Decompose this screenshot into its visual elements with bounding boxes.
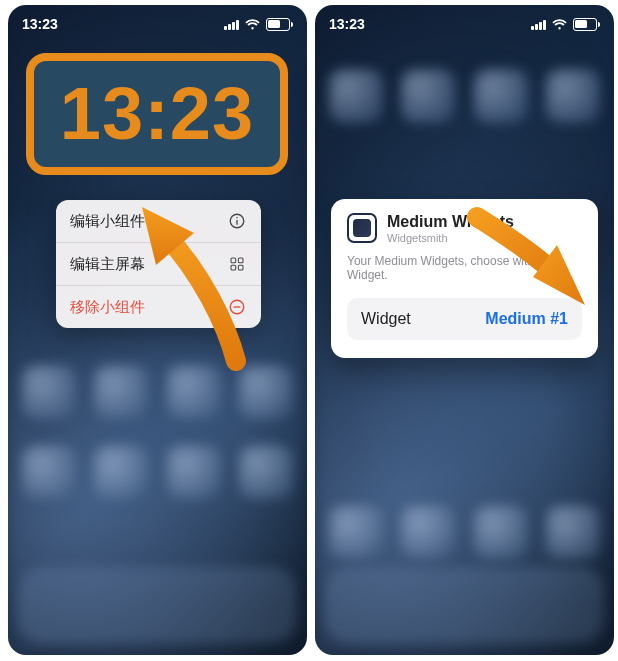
app-icon [347, 213, 377, 243]
status-bar: 13:23 [315, 5, 614, 39]
wifi-icon [245, 19, 260, 30]
right-screenshot: 13:23 Medium Widgets Wi [315, 5, 614, 655]
signal-icon [531, 18, 546, 30]
signal-icon [224, 18, 239, 30]
status-time: 13:23 [22, 16, 58, 32]
battery-icon [573, 18, 601, 31]
status-bar: 13:23 [8, 5, 307, 39]
annotation-arrow-icon [463, 205, 603, 325]
status-time: 13:23 [329, 16, 365, 32]
left-screenshot: 13:23 13:23 编辑小组件 编辑主屏幕 [8, 5, 307, 655]
battery-icon [266, 18, 294, 31]
clock-time: 13:23 [60, 77, 254, 151]
wifi-icon [552, 19, 567, 30]
row-key: Widget [361, 310, 411, 328]
clock-widget[interactable]: 13:23 [26, 53, 288, 175]
annotation-arrow-icon [116, 193, 266, 373]
